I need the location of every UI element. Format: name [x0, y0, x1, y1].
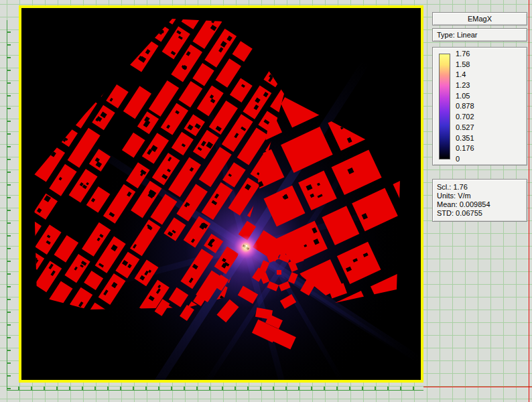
stat-units: Units: V/m [437, 192, 523, 200]
legend-colorbar-box: 1.76 1.58 1.4 1.23 1.05 0.878 0.702 0.52… [432, 47, 527, 165]
colorbar-tick: 1.4 [456, 71, 474, 78]
colorbar-tick: 0.702 [456, 113, 474, 121]
bottom-ruler [7, 387, 423, 391]
stat-scale: Scl.: 1.76 [437, 183, 523, 192]
stat-mean: Mean: 0.009854 [437, 200, 523, 209]
colorbar-tick-labels: 1.76 1.58 1.4 1.23 1.05 0.878 0.702 0.52… [456, 50, 474, 163]
colorbar-tick: 0.176 [456, 145, 474, 152]
colorbar-tick: 1.23 [456, 82, 474, 89]
legend-title: EMagX [432, 12, 527, 25]
colorbar-gradient [439, 54, 450, 159]
field-view-frame [19, 5, 423, 383]
workspace-background: { "legend": { "title": "EMagX", "type_la… [0, 0, 532, 402]
colorbar-tick: 0.878 [456, 103, 474, 110]
y-axis-line [529, 0, 529, 402]
colorbar-tick: 0.527 [456, 124, 474, 131]
colorbar-tick: 1.76 [456, 50, 474, 58]
colorbar-tick: 1.05 [456, 92, 474, 100]
legend-panel: EMagX Type: Linear 1.76 1.58 1.4 1.23 1.… [432, 12, 527, 222]
legend-stats-box: Scl.: 1.76 Units: V/m Mean: 0.009854 STD… [432, 179, 527, 222]
colorbar-tick: 0 [456, 155, 474, 163]
colorbar-tick: 0.351 [456, 135, 474, 142]
legend-scale-type: Type: Linear [432, 28, 527, 42]
stat-std: STD: 0.06755 [437, 209, 523, 218]
colorbar-tick: 1.58 [456, 61, 474, 68]
left-ruler [7, 20, 11, 391]
x-axis-line [423, 387, 532, 387]
field-map-canvas[interactable] [21, 8, 421, 380]
